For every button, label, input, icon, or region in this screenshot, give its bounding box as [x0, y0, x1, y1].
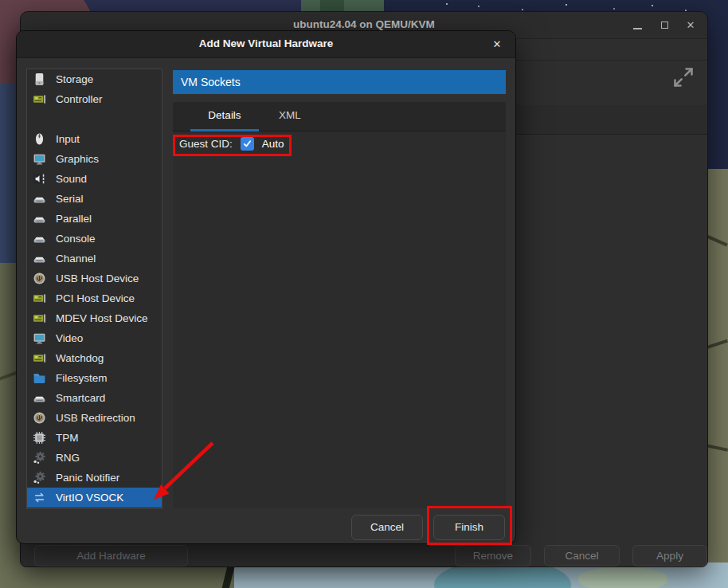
arrows-icon: [33, 491, 46, 504]
add-hardware-button[interactable]: Add Hardware: [34, 545, 188, 566]
display-icon: [33, 152, 46, 166]
sidebar-item-label: VirtIO VSOCK: [56, 492, 123, 504]
chip-icon: [33, 351, 46, 365]
sidebar-item-controller[interactable]: Controller: [27, 89, 162, 109]
sidebar-item-sound[interactable]: Sound: [27, 169, 162, 189]
sidebar-item-rng[interactable]: RNG: [27, 448, 162, 468]
sidebar-item-pci-host-device[interactable]: PCI Host Device: [27, 288, 162, 308]
tab-details[interactable]: Details: [190, 102, 259, 131]
sidebar-item-panic-notifier[interactable]: Panic Notifier: [27, 468, 162, 488]
sidebar-item-label: PCI Host Device: [56, 292, 135, 304]
close-icon[interactable]: ✕: [490, 37, 504, 52]
usb-icon: [33, 272, 46, 285]
port-icon: [33, 212, 46, 225]
folder-icon: [33, 371, 46, 385]
tab-xml[interactable]: XML: [267, 102, 313, 131]
sidebar-item-label: Panic Notifier: [56, 472, 119, 484]
display-icon: [33, 331, 46, 345]
disk-icon: [33, 73, 46, 86]
close-icon[interactable]: ✕: [683, 19, 698, 32]
screen: ubuntu24.04 on QEMU/KVM ✕ Add Hardware R…: [0, 0, 728, 588]
sidebar-item-usb-redirection[interactable]: USB Redirection: [27, 408, 162, 428]
sidebar-item-input[interactable]: Input: [27, 129, 162, 149]
sidebar-item-label: Smartcard: [56, 392, 105, 404]
no-icon: [33, 112, 46, 126]
sidebar-item-parallel[interactable]: Parallel: [27, 209, 162, 229]
wallpaper-pale-blob: [578, 567, 667, 588]
apply-button[interactable]: Apply: [632, 545, 707, 566]
sidebar-item-tpm[interactable]: TPM: [27, 428, 162, 448]
chip-icon: [33, 312, 46, 325]
port-icon: [33, 391, 46, 405]
sidebar-item-graphics[interactable]: Graphics: [27, 149, 162, 169]
speaker-icon: [33, 172, 46, 186]
guest-cid-label: Guest CID:: [179, 138, 233, 150]
guest-cid-row: Guest CID: Auto: [179, 137, 284, 151]
sidebar-item-filesystem[interactable]: Filesystem: [27, 368, 162, 388]
sidebar-item-channel[interactable]: Channel: [27, 249, 162, 269]
sidebar-item-label: Parallel: [56, 213, 92, 225]
chip-icon: [33, 92, 46, 106]
sidebar-item-usb-host-device[interactable]: USB Host Device: [27, 269, 162, 288]
sidebar-item-virtio-vsock[interactable]: VirtIO VSOCK: [27, 488, 162, 508]
sidebar-item-mdev-host-device[interactable]: MDEV Host Device: [27, 308, 162, 328]
sidebar-item-label: Sound: [56, 173, 87, 185]
remove-button[interactable]: Remove: [455, 545, 531, 566]
sidebar-item-label: Watchdog: [56, 352, 104, 364]
sidebar-item-video[interactable]: Video: [27, 328, 162, 348]
expand-icon[interactable]: [672, 66, 695, 88]
sidebar-item-label: TPM: [56, 432, 79, 444]
gear-icon: [33, 451, 46, 465]
sidebar-item-console[interactable]: Console: [27, 229, 162, 249]
wallpaper-stars: [446, 3, 448, 5]
details-pane: Guest CID: Auto: [173, 131, 506, 508]
hardware-type-list: StorageControllerInputGraphicsSoundSeria…: [26, 69, 162, 509]
sidebar-item-label: Graphics: [56, 153, 99, 165]
tpm-icon: [33, 431, 46, 445]
sidebar-item-label: Storage: [56, 73, 93, 85]
sidebar-item-blank: [27, 109, 162, 129]
sidebar-item-label: Controller: [56, 93, 103, 105]
sidebar-item-label: Console: [56, 233, 96, 245]
maximize-icon[interactable]: [658, 19, 672, 32]
gear-icon: [33, 471, 46, 484]
minimize-icon[interactable]: [631, 19, 645, 32]
dialog-title: Add New Virtual Hardware: [17, 37, 515, 49]
mouse-icon: [33, 132, 46, 146]
add-hardware-dialog: Add New Virtual Hardware ✕ StorageContro…: [16, 30, 516, 544]
port-icon: [33, 252, 46, 265]
chip-icon: [33, 292, 46, 305]
sidebar-item-label: Channel: [56, 253, 96, 265]
usb-icon: [33, 411, 46, 425]
finish-button[interactable]: Finish: [433, 515, 505, 540]
cancel-button[interactable]: Cancel: [351, 515, 423, 540]
sidebar-item-label: Serial: [56, 193, 84, 205]
auto-checkbox[interactable]: [241, 137, 254, 151]
sidebar-item-label: RNG: [56, 452, 80, 464]
sidebar-item-watchdog[interactable]: Watchdog: [27, 348, 162, 368]
window-title: ubuntu24.04 on QEMU/KVM: [21, 18, 707, 30]
panel-title: VM Sockets: [173, 70, 506, 94]
tab-strip: Details XML: [173, 102, 506, 131]
port-icon: [33, 192, 46, 206]
dialog-titlebar: Add New Virtual Hardware ✕: [17, 31, 515, 58]
sidebar-item-smartcard[interactable]: Smartcard: [27, 388, 162, 408]
sidebar-item-label: Input: [56, 133, 80, 145]
wallpaper-green-shape: [320, 0, 344, 11]
port-icon: [33, 232, 46, 245]
sidebar-item-label: MDEV Host Device: [56, 312, 148, 324]
cancel-button-parent[interactable]: Cancel: [544, 545, 620, 566]
sidebar-item-label: USB Redirection: [56, 412, 135, 424]
auto-checkbox-label: Auto: [262, 138, 284, 150]
sidebar-item-storage[interactable]: Storage: [27, 69, 162, 89]
sidebar-item-serial[interactable]: Serial: [27, 189, 162, 209]
sidebar-item-label: USB Host Device: [56, 272, 139, 284]
sidebar-item-label: Video: [56, 332, 83, 344]
sidebar-item-label: Filesystem: [56, 372, 108, 384]
